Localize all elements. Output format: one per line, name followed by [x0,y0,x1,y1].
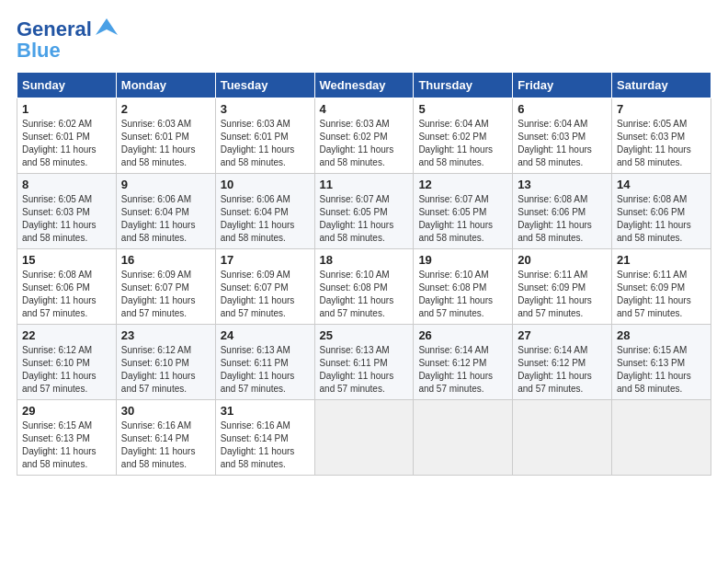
col-header-monday: Monday [116,73,215,98]
day-detail: Sunrise: 6:05 AM Sunset: 6:03 PM Dayligh… [617,119,691,167]
day-detail: Sunrise: 6:04 AM Sunset: 6:02 PM Dayligh… [418,119,493,167]
calendar-table: SundayMondayTuesdayWednesdayThursdayFrid… [17,72,711,476]
day-number: 20 [518,253,607,267]
column-headers-row: SundayMondayTuesdayWednesdayThursdayFrid… [17,73,711,98]
day-detail: Sunrise: 6:08 AM Sunset: 6:06 PM Dayligh… [22,270,97,318]
day-cell [513,400,612,476]
day-detail: Sunrise: 6:14 AM Sunset: 6:12 PM Dayligh… [518,345,592,394]
day-detail: Sunrise: 6:03 AM Sunset: 6:02 PM Dayligh… [320,119,394,167]
day-cell: 24Sunrise: 6:13 AM Sunset: 6:11 PM Dayli… [215,325,314,400]
day-detail: Sunrise: 6:12 AM Sunset: 6:10 PM Dayligh… [121,345,196,394]
day-detail: Sunrise: 6:08 AM Sunset: 6:06 PM Dayligh… [617,194,691,243]
day-number: 12 [418,178,507,191]
day-number: 29 [22,404,111,418]
day-number: 4 [320,102,409,116]
day-detail: Sunrise: 6:13 AM Sunset: 6:11 PM Dayligh… [320,345,394,394]
day-number: 6 [518,102,607,116]
calendar-body: 1Sunrise: 6:02 AM Sunset: 6:01 PM Daylig… [17,98,711,476]
logo-blue: Blue [17,39,61,63]
day-detail: Sunrise: 6:16 AM Sunset: 6:14 PM Dayligh… [221,420,295,469]
col-header-friday: Friday [513,73,612,98]
week-row-2: 8Sunrise: 6:05 AM Sunset: 6:03 PM Daylig… [17,174,711,249]
day-detail: Sunrise: 6:15 AM Sunset: 6:13 PM Dayligh… [22,420,97,469]
svg-marker-0 [96,18,118,35]
day-cell: 8Sunrise: 6:05 AM Sunset: 6:03 PM Daylig… [17,174,117,249]
day-cell: 23Sunrise: 6:12 AM Sunset: 6:10 PM Dayli… [116,325,215,400]
day-cell: 1Sunrise: 6:02 AM Sunset: 6:01 PM Daylig… [17,98,117,174]
day-number: 23 [121,328,210,342]
day-cell: 4Sunrise: 6:03 AM Sunset: 6:02 PM Daylig… [314,98,414,174]
col-header-wednesday: Wednesday [314,73,414,98]
day-cell: 27Sunrise: 6:14 AM Sunset: 6:12 PM Dayli… [513,325,612,400]
col-header-saturday: Saturday [612,73,711,98]
day-detail: Sunrise: 6:06 AM Sunset: 6:04 PM Dayligh… [221,194,295,243]
day-cell: 22Sunrise: 6:12 AM Sunset: 6:10 PM Dayli… [17,325,117,400]
day-number: 8 [22,178,111,191]
day-cell: 7Sunrise: 6:05 AM Sunset: 6:03 PM Daylig… [612,98,711,174]
day-number: 31 [221,404,310,418]
day-cell [612,400,711,476]
day-cell: 11Sunrise: 6:07 AM Sunset: 6:05 PM Dayli… [314,174,414,249]
day-number: 26 [418,328,507,342]
day-cell: 5Sunrise: 6:04 AM Sunset: 6:02 PM Daylig… [414,98,513,174]
day-number: 24 [221,328,310,342]
day-cell: 13Sunrise: 6:08 AM Sunset: 6:06 PM Dayli… [513,174,612,249]
day-number: 5 [418,102,507,116]
day-number: 17 [221,253,310,267]
week-row-5: 29Sunrise: 6:15 AM Sunset: 6:13 PM Dayli… [17,400,711,476]
day-detail: Sunrise: 6:07 AM Sunset: 6:05 PM Dayligh… [320,194,394,243]
day-detail: Sunrise: 6:02 AM Sunset: 6:01 PM Dayligh… [22,119,97,167]
day-number: 16 [121,253,210,267]
day-number: 25 [320,328,409,342]
day-cell: 9Sunrise: 6:06 AM Sunset: 6:04 PM Daylig… [116,174,215,249]
day-number: 1 [22,102,111,116]
day-number: 18 [320,253,409,267]
day-number: 21 [617,253,706,267]
col-header-thursday: Thursday [414,73,513,98]
day-detail: Sunrise: 6:03 AM Sunset: 6:01 PM Dayligh… [221,119,295,167]
day-cell: 17Sunrise: 6:09 AM Sunset: 6:07 PM Dayli… [215,249,314,325]
day-cell: 19Sunrise: 6:10 AM Sunset: 6:08 PM Dayli… [414,249,513,325]
day-detail: Sunrise: 6:16 AM Sunset: 6:14 PM Dayligh… [121,420,196,469]
day-detail: Sunrise: 6:06 AM Sunset: 6:04 PM Dayligh… [121,194,196,243]
day-cell: 16Sunrise: 6:09 AM Sunset: 6:07 PM Dayli… [116,249,215,325]
day-detail: Sunrise: 6:13 AM Sunset: 6:11 PM Dayligh… [221,345,295,394]
day-number: 13 [518,178,607,191]
logo: General Blue [17,17,119,63]
day-detail: Sunrise: 6:10 AM Sunset: 6:08 PM Dayligh… [320,270,394,318]
day-detail: Sunrise: 6:15 AM Sunset: 6:13 PM Dayligh… [617,345,691,394]
day-cell: 31Sunrise: 6:16 AM Sunset: 6:14 PM Dayli… [215,400,314,476]
header: General Blue [17,17,711,63]
day-cell: 10Sunrise: 6:06 AM Sunset: 6:04 PM Dayli… [215,174,314,249]
day-number: 9 [121,178,210,191]
week-row-3: 15Sunrise: 6:08 AM Sunset: 6:06 PM Dayli… [17,249,711,325]
day-number: 14 [617,178,706,191]
day-detail: Sunrise: 6:11 AM Sunset: 6:09 PM Dayligh… [518,270,592,318]
day-number: 7 [617,102,706,116]
logo-bird-icon [94,17,119,42]
day-number: 27 [518,328,607,342]
col-header-sunday: Sunday [17,73,117,98]
day-detail: Sunrise: 6:09 AM Sunset: 6:07 PM Dayligh… [221,270,295,318]
page: General Blue SundayMondayTuesdayWednesda… [0,0,728,563]
day-cell: 29Sunrise: 6:15 AM Sunset: 6:13 PM Dayli… [17,400,117,476]
day-cell: 2Sunrise: 6:03 AM Sunset: 6:01 PM Daylig… [116,98,215,174]
day-detail: Sunrise: 6:09 AM Sunset: 6:07 PM Dayligh… [121,270,196,318]
day-number: 19 [418,253,507,267]
day-detail: Sunrise: 6:12 AM Sunset: 6:10 PM Dayligh… [22,345,97,394]
day-detail: Sunrise: 6:10 AM Sunset: 6:08 PM Dayligh… [418,270,493,318]
day-cell: 28Sunrise: 6:15 AM Sunset: 6:13 PM Dayli… [612,325,711,400]
day-detail: Sunrise: 6:08 AM Sunset: 6:06 PM Dayligh… [518,194,592,243]
week-row-4: 22Sunrise: 6:12 AM Sunset: 6:10 PM Dayli… [17,325,711,400]
day-cell: 6Sunrise: 6:04 AM Sunset: 6:03 PM Daylig… [513,98,612,174]
day-detail: Sunrise: 6:11 AM Sunset: 6:09 PM Dayligh… [617,270,691,318]
day-number: 22 [22,328,111,342]
day-cell: 26Sunrise: 6:14 AM Sunset: 6:12 PM Dayli… [414,325,513,400]
day-cell: 21Sunrise: 6:11 AM Sunset: 6:09 PM Dayli… [612,249,711,325]
day-detail: Sunrise: 6:03 AM Sunset: 6:01 PM Dayligh… [121,119,196,167]
day-detail: Sunrise: 6:07 AM Sunset: 6:05 PM Dayligh… [418,194,493,243]
day-number: 11 [320,178,409,191]
day-cell: 14Sunrise: 6:08 AM Sunset: 6:06 PM Dayli… [612,174,711,249]
day-cell [314,400,414,476]
col-header-tuesday: Tuesday [215,73,314,98]
